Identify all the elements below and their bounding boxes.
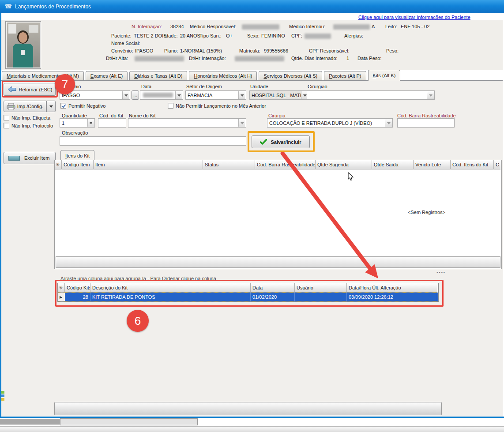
medico-responsavel-label: Médico Responsável: (190, 24, 236, 29)
dthr-alta-label: Dt/Hr Alta: (106, 56, 128, 61)
quantidade-stepper[interactable]: 1 (60, 118, 95, 128)
tab-kits[interactable]: Kits (Alt K) (368, 70, 401, 81)
salvar-incluir-button[interactable]: Salvar/Incluir (252, 135, 310, 148)
annotation-circle-6: 6 (127, 310, 149, 332)
cod-kit-label: Cód. do Kit (99, 113, 123, 118)
cpf-value-redacted (305, 34, 331, 39)
dthr-alta-value-redacted (135, 56, 184, 61)
chevron-down-icon[interactable] (122, 91, 129, 99)
taskbar-fragment-light (60, 418, 198, 425)
column-header-clipped[interactable]: C (494, 160, 500, 169)
observacao-label: Observação (62, 130, 88, 135)
splitter-grip[interactable]: ▪▪▪▪ (436, 270, 446, 274)
nome-kit-combobox[interactable] (128, 118, 246, 128)
nao-permitir-mes-anterior-checkbox[interactable] (168, 103, 173, 109)
desktop-speck (1, 398, 4, 401)
cirurgiao-combobox[interactable] (307, 90, 435, 100)
column-header-status[interactable]: Status (203, 160, 255, 169)
nao-imp-protocolo-checkbox[interactable] (4, 123, 9, 128)
tab-servicos-diversos[interactable]: Serviços Diversos (Alt S) (259, 71, 322, 81)
empty-grid-message: <Sem Registros> (408, 210, 445, 215)
itens-kit-grid-header: ✳ Código Item Item Status Cod. Barra Ras… (55, 160, 501, 169)
leito-label: Leito: (385, 24, 397, 29)
unidade-combobox: HOSPITAL SQL - MATR (249, 90, 309, 100)
column-header-cod-barra[interactable]: Cod. Barra Rastreabilidade (255, 160, 316, 169)
window-border-bottom (0, 417, 504, 418)
cpf-responsavel-label: CPF Responsável: (309, 48, 350, 53)
column-header-qtde-saida[interactable]: Qtde Saída (372, 160, 414, 169)
tab-itens-do-kit[interactable]: Itens do Kit (60, 150, 94, 160)
convenio-header-value: IPASGO (135, 48, 153, 53)
tab-honorarios-medicos[interactable]: Honorários Médicos (Alt H) (189, 71, 257, 81)
tab-diarias-taxas[interactable]: Diárias e Taxas (Alt D) (129, 71, 187, 81)
tipo-san-value: O+ (226, 33, 233, 38)
bottom-strip (0, 426, 504, 432)
excluir-item-button[interactable]: Excluir Item (4, 152, 56, 164)
column-header-item[interactable]: Item (94, 160, 203, 169)
dthr-internacao-label: Dt/Hr Internação: (189, 56, 226, 61)
spinner-buttons[interactable] (87, 119, 94, 127)
annotation-circle-7: 7 (55, 74, 75, 94)
desktop-speck (1, 394, 4, 397)
nao-imp-etiqueta-checkbox[interactable] (4, 115, 9, 120)
permitir-negativo-label: Permitir Negativo (68, 103, 105, 109)
medico-internou-value-redacted (333, 24, 370, 30)
column-header-qtde-sugerida[interactable]: Qtde Sugerida (316, 160, 372, 169)
matricula-label: Matricula: (239, 48, 260, 53)
convenio-header-label: Convênio: (111, 48, 133, 53)
column-header-cod-itens-kit[interactable]: Cód. Itens do Kit (451, 160, 494, 169)
cirurgiao-label: Cirurgião (308, 84, 327, 89)
data-combobox[interactable] (140, 90, 183, 100)
window-title: Lançamentos de Procedimentos (15, 4, 91, 10)
chevron-down-icon[interactable] (427, 91, 434, 99)
peso-label: Peso: (386, 48, 399, 53)
row-indicator-header: ✳ (55, 160, 62, 169)
annotation-box-kits-grid (55, 280, 444, 307)
cirurgia-combobox[interactable]: COLOCAÇÃO E RETIRADA DUPLO J (VÍDEO) (267, 118, 393, 128)
app-icon: ☎ (4, 3, 12, 11)
cpf-label: CPF: (291, 33, 302, 38)
qtde-dias-label: Qtde. Dias Internado: (291, 56, 338, 61)
column-header-codigo-item[interactable]: Código Item (62, 160, 94, 169)
setor-origem-combobox[interactable]: FARMÁCIA (185, 90, 246, 100)
imp-config-dropdown-button[interactable] (46, 101, 56, 112)
data-peso-label: Data Peso: (357, 56, 381, 61)
column-header-vencto-lote[interactable]: Vencto Lote (414, 160, 451, 169)
chevron-down-icon[interactable] (385, 119, 392, 127)
title-bar: ☎ Lançamentos de Procedimentos (0, 0, 504, 13)
plano-label: Plano: (164, 48, 178, 53)
sexo-value: FEMININO (261, 33, 285, 38)
paciente-label: Paciente: (111, 33, 132, 38)
chevron-down-icon[interactable] (238, 91, 245, 99)
nao-imp-protocolo-label: Não Imp. Protocolo (11, 123, 53, 128)
convenio-browse-button[interactable]: ... (132, 90, 139, 100)
check-icon (260, 139, 267, 145)
matricula-value: 999555666 (264, 48, 288, 53)
qtde-dias-value: 1 (346, 56, 349, 61)
tab-exames[interactable]: Exames (Alt E) (86, 71, 128, 81)
chevron-down-icon[interactable] (238, 119, 245, 127)
patient-info-link[interactable]: Clique aqui para visualizar Informações … (358, 15, 470, 20)
itens-kit-grid-scrollbar[interactable] (56, 256, 500, 268)
cod-barra-input[interactable] (397, 118, 455, 128)
quantidade-label: Quantidade (62, 113, 87, 118)
taskbar-fragment-dark (0, 419, 60, 424)
chevron-down-icon[interactable] (175, 91, 182, 99)
medico-internou-label: Médico Internou: (289, 24, 325, 29)
printer-icon (7, 103, 15, 110)
setor-origem-label: Setor de Origem (186, 84, 222, 89)
dthr-internacao-value-redacted (235, 56, 284, 61)
idade-label: Idade: (164, 33, 178, 38)
bottom-scrollbar[interactable] (54, 402, 442, 415)
cod-kit-input[interactable] (98, 118, 126, 128)
medico-internou-suffix: A (372, 24, 375, 29)
data-value-redacted (143, 93, 173, 98)
plano-value: 1-NORMAL (150%) (180, 48, 222, 53)
n-internacao-label: N. Internação: (132, 24, 162, 29)
permitir-negativo-checkbox[interactable] (60, 103, 66, 109)
imp-config-button[interactable]: Imp./Config. (4, 101, 46, 112)
tab-pacotes[interactable]: Pacotes (Alt P) (324, 71, 366, 81)
observacao-input[interactable] (60, 136, 246, 146)
app-window: ☎ Lançamentos de Procedimentos Clique aq… (0, 0, 504, 432)
cirurgia-label: Cirurgia (268, 113, 286, 118)
